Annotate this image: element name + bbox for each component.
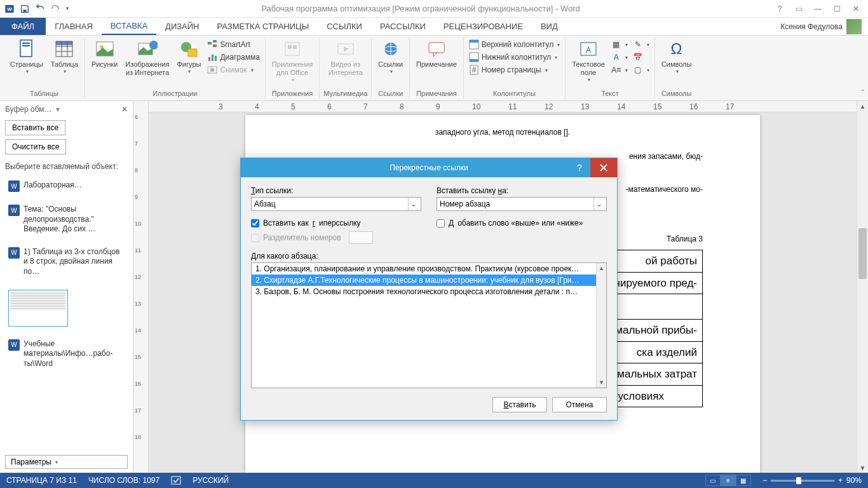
scroll-up-icon[interactable]: ▲ (857, 101, 868, 111)
close-icon[interactable]: ✕ (848, 3, 864, 15)
tab-layout[interactable]: РАЗМЕТКА СТРАНИЦЫ (208, 18, 318, 35)
footer-button[interactable]: Нижний колонтитул▾ (468, 51, 561, 63)
chart-button[interactable]: Диаграмма (206, 51, 261, 63)
clear-all-button[interactable]: Очистить все (5, 139, 66, 154)
language-indicator[interactable]: РУССКИЙ (193, 476, 229, 485)
page-indicator[interactable]: СТРАНИЦА 7 ИЗ 11 (6, 476, 77, 485)
zoom-thumb[interactable] (796, 477, 801, 484)
minimize-icon[interactable]: — (810, 3, 826, 15)
ribbon-display-icon[interactable]: ▭ (790, 3, 807, 15)
zoom-level[interactable]: 90% (846, 476, 862, 485)
dialog-titlebar[interactable]: Перекрестные ссылки ? (241, 158, 617, 177)
web-layout-icon[interactable]: ▦ (736, 475, 751, 486)
undo-icon[interactable] (33, 2, 47, 16)
vertical-ruler[interactable]: 6789101112131415161718 (133, 101, 149, 473)
wordart-icon[interactable]: A▾ (610, 51, 629, 63)
ribbon: Страницы▾ Таблица▾ Таблицы Рисунки Изобр… (0, 36, 868, 101)
quick-access-toolbar: W ▼ (0, 2, 70, 16)
zoom-out-icon[interactable]: − (763, 476, 767, 485)
list-scrollbar[interactable]: ▲▼ (596, 263, 606, 388)
clipboard-item[interactable]: WЛабораторная… (5, 176, 128, 196)
maximize-icon[interactable]: ☐ (829, 3, 845, 15)
tab-mailings[interactable]: РАССЫЛКИ (371, 18, 435, 35)
view-buttons: ▭ ≡ ▦ (705, 475, 751, 486)
above-below-checkbox[interactable]: Добавить слово «выше» или «ниже» (437, 219, 607, 227)
qat-dropdown-icon[interactable]: ▼ (65, 6, 70, 11)
scroll-up-icon[interactable]: ▲ (597, 263, 606, 273)
insert-reference-to-select[interactable]: Номер абзаца⌄ (437, 197, 607, 211)
scroll-down-icon[interactable]: ▼ (857, 463, 868, 473)
comment-button[interactable]: Примечание (414, 37, 459, 70)
datetime-icon[interactable]: 📅 (632, 51, 651, 63)
shapes-button[interactable]: Фигуры▾ (174, 37, 203, 76)
dropcap-icon[interactable]: A≡▾ (610, 64, 629, 76)
screenshot-button[interactable]: Снимок▾ (206, 64, 261, 76)
object-icon[interactable]: ▢▾ (632, 64, 651, 76)
table-button[interactable]: Таблица▾ (48, 37, 81, 76)
office-apps-button[interactable]: Приложения для Office▾ (269, 37, 315, 84)
tab-view[interactable]: ВИД (532, 18, 567, 35)
separator-checkbox: Разделитель номеров (251, 231, 607, 244)
tab-insert[interactable]: ВСТАВКА (102, 18, 156, 35)
vertical-scrollbar[interactable]: ▲ ▼ (857, 101, 868, 473)
quickparts-icon[interactable]: ▦▾ (610, 39, 629, 50)
dialog-help-icon[interactable]: ? (569, 158, 590, 177)
word-doc-icon: W (8, 205, 20, 216)
doc-text: западного угла, метод потенциалов []. (302, 126, 703, 138)
paste-all-button[interactable]: Вставить все (5, 120, 65, 135)
signature-icon[interactable]: ✎▾ (632, 39, 651, 50)
tab-review[interactable]: РЕЦЕНЗИРОВАНИЕ (435, 18, 532, 35)
file-tab[interactable]: ФАЙЛ (0, 18, 46, 35)
word-doc-icon: W (8, 247, 20, 259)
ribbon-group-apps: Приложения для Office▾ Приложения (266, 37, 320, 98)
zoom-in-icon[interactable]: + (838, 476, 843, 485)
reference-type-select[interactable]: Абзац⌄ (251, 197, 421, 211)
pages-button[interactable]: Страницы▾ (8, 37, 46, 76)
tab-home[interactable]: ГЛАВНАЯ (46, 18, 102, 35)
svg-rect-21 (208, 57, 210, 61)
pane-options-button[interactable]: Параметры ▾ (5, 455, 128, 469)
list-item[interactable]: 2. Схиртладзе А.Г.Технологические процес… (252, 274, 606, 286)
textbox-button[interactable]: AТекстовое поле▾ (569, 37, 607, 84)
online-video-button[interactable]: Видео из Интернета (326, 37, 365, 78)
scroll-thumb[interactable] (858, 228, 867, 279)
save-icon[interactable] (18, 2, 32, 16)
pictures-button[interactable]: Рисунки (89, 37, 121, 70)
user-account[interactable]: Ксения Федулова (780, 18, 868, 35)
clipboard-item[interactable]: W1) Таблица из 3-х столбцов и 8 строк, д… (5, 243, 128, 281)
smartart-button[interactable]: SmartArt (206, 39, 261, 50)
scroll-down-icon[interactable]: ▼ (597, 377, 606, 388)
symbols-button[interactable]: ΩСимволы▾ (659, 37, 695, 76)
word-doc-icon: W (8, 180, 20, 192)
collapse-ribbon-icon[interactable]: ˆ (862, 89, 864, 98)
page-number-button[interactable]: #Номер страницы▾ (468, 64, 561, 76)
ribbon-help-icon[interactable]: ? (771, 3, 788, 15)
proofing-icon[interactable] (171, 475, 181, 485)
clipboard-item[interactable]: WУчебные материалы\Инфо…рабо-ты\Word (5, 335, 128, 374)
pane-close-icon[interactable]: ✕ (121, 105, 128, 114)
tab-references[interactable]: ССЫЛКИ (318, 18, 371, 35)
zoom-slider[interactable] (771, 480, 834, 482)
header-button[interactable]: Верхний колонтитул▾ (468, 39, 561, 50)
list-item[interactable]: 1. Организация, планирование и управлени… (252, 263, 606, 274)
hyperlink-checkbox[interactable]: Вставить как гиперссылку (251, 219, 421, 227)
word-count[interactable]: ЧИСЛО СЛОВ: 1097 (88, 476, 159, 485)
clipboard-item[interactable] (5, 285, 128, 331)
zoom-control: − + 90% (763, 476, 862, 485)
paragraph-list[interactable]: 1. Организация, планирование и управлени… (251, 262, 607, 388)
redo-icon[interactable] (48, 2, 62, 16)
clipboard-item[interactable]: WТема: "Основы делопроизводства." Введен… (5, 200, 128, 239)
insert-button[interactable]: Вставить (492, 397, 547, 412)
dialog-close-icon[interactable] (590, 158, 617, 177)
list-item[interactable]: 3. Базров, Б. М. Основы построения техно… (252, 286, 606, 297)
print-layout-icon[interactable]: ≡ (721, 475, 736, 486)
tab-design[interactable]: ДИЗАЙН (156, 18, 208, 35)
svg-rect-2 (23, 10, 26, 11)
title-bar: W ▼ Рабочая программа оптимизация [Режим… (0, 0, 868, 18)
links-button[interactable]: Ссылки▾ (376, 37, 405, 76)
horizontal-ruler[interactable]: 34567891011121314151617 (149, 101, 857, 112)
pane-menu-icon[interactable]: ▾ (56, 105, 60, 114)
read-mode-icon[interactable]: ▭ (705, 475, 721, 486)
online-pictures-button[interactable]: Изображения из Интернета (123, 37, 172, 78)
cancel-button[interactable]: Отмена (552, 397, 607, 412)
